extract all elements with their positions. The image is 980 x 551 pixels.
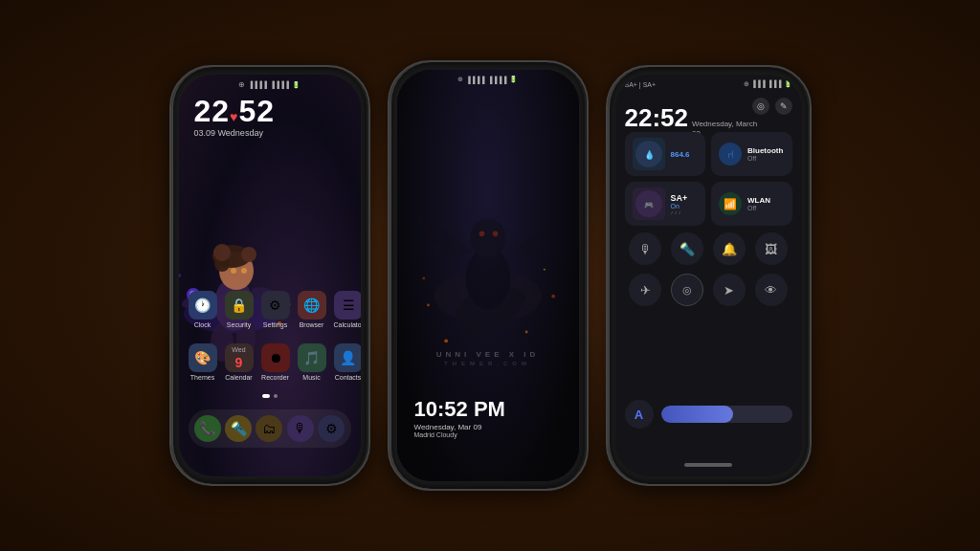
phone1-status-bar: ⊕ ▐▐▐▐ ▐▐▐▐ 🔋 [179,80,361,89]
svg-point-17 [179,274,181,277]
toggle-torch[interactable]: 🔦 [671,232,703,265]
app-browser[interactable]: 🌐 Browser [298,291,326,328]
clock-heart: ♥ [230,109,238,124]
svg-point-24 [444,339,448,342]
toggle-airplane[interactable]: ✈ [629,274,661,306]
tile-data[interactable]: 💧 864.6 [625,132,706,176]
app-calculator[interactable]: ☰ Calculator [334,291,361,328]
svg-point-26 [551,295,555,298]
svg-point-12 [241,268,247,274]
dock-flashlight[interactable]: 🔦 [225,415,252,442]
control-tiles: 💧 864.6 ⑁ Bluetooth [625,132,792,226]
bottom-controls: A [625,400,792,429]
phone3-status-bar: SA+ | SA+ ⊕▐▐▐▐▐▐🔋 [625,80,792,88]
page-dots [179,394,361,398]
dock-settings2[interactable]: ⚙ [318,415,345,442]
wlan-icon: 📶 [719,192,742,215]
phone3-carrier: SA+ | SA+ [625,81,657,88]
svg-point-27 [427,304,430,307]
tile-audio-thumb: 🎮 [633,187,665,220]
toggle-location[interactable]: ➤ [713,274,746,306]
camera-icon[interactable]: ◎ [752,98,769,115]
p3-time: 22:52 [625,103,689,133]
clock-hour: 22 [194,94,231,128]
lock-weather: Madrid Cloudy [414,431,505,438]
lock-date: Wednesday, Mar 09 [414,423,505,431]
tile-data-thumb: 💧 [633,138,665,170]
phones-container: ⊕ ▐▐▐▐ ▐▐▐▐ 🔋 22♥52 03.09 Wednesday [0,0,980,551]
tile-data-text: 864.6 [671,150,699,159]
app-contacts[interactable]: 👤 Contacts [334,343,361,381]
phone-1-screen: ⊕ ▐▐▐▐ ▐▐▐▐ 🔋 22♥52 03.09 Wednesday [179,75,361,476]
app-calendar[interactable]: Wed 9 Calendar [225,343,254,381]
svg-point-28 [543,269,545,271]
bluetooth-subtitle: Off [747,155,785,162]
auto-brightness-btn[interactable]: A [625,400,654,429]
dock-assistant[interactable]: 🎙 [287,415,314,442]
svg-point-25 [524,331,527,334]
bluetooth-title: Bluetooth [747,146,785,155]
bluetooth-icon: ⑁ [719,143,742,165]
app-music[interactable]: 🎵 Music [298,343,326,381]
dock: 📞 🔦 🗂 🎙 ⚙ [189,409,351,448]
wlan-subtitle: Off [747,205,785,211]
toggle-bell[interactable]: 🔔 [713,232,746,265]
phone2-lock-info: 10:52 PM Wednesday, Mar 09 Madrid Cloudy [414,397,505,438]
app-security[interactable]: 🔒 Security [225,291,254,328]
app-recorder[interactable]: ⏺ Recorder [261,343,290,381]
app-row-1: 🕐 Clock 🔒 Security ⚙ Settings 🌐 Browser [189,291,351,328]
tile-bluetooth-text: Bluetooth Off [747,146,785,162]
wlan-title: WLAN [747,196,785,205]
clock-minute: 52 [238,94,275,128]
app-themes[interactable]: 🎨 Themes [189,343,217,381]
phone1-clock: 22♥52 03.09 Wednesday [194,96,276,138]
toggle-eye[interactable]: 👁 [755,274,788,306]
svg-point-22 [479,231,484,237]
lock-time: 10:52 PM [414,397,505,422]
brightness-slider[interactable] [661,406,792,423]
svg-point-23 [492,231,498,237]
svg-point-29 [422,277,425,280]
tile-wlan-text: WLAN Off [747,196,785,211]
phone-2-screen: ⊕▐▐▐▐▐▐▐▐🔋 UNNI VEE X ID THEMER.COM 10:5… [397,70,579,481]
home-indicator [684,463,732,467]
tile-wlan[interactable]: 📶 WLAN Off [711,182,792,226]
tile-audio-text: SA+ On ♪♪♪ [671,193,699,215]
app-row-2: 🎨 Themes Wed 9 Calendar ⏺ Recorder [189,343,351,381]
toggle-focus[interactable]: ◎ [671,274,703,306]
svg-text:🎮: 🎮 [644,200,654,209]
quick-toggles-1: 🎙 🔦 🔔 🖼 [625,232,792,265]
svg-point-9 [213,244,231,261]
phone2-status-bar: ⊕▐▐▐▐▐▐▐▐🔋 [397,76,579,83]
quick-toggles-2: ✈ ◎ ➤ 👁 [625,274,792,306]
edit-icon[interactable]: ✎ [775,98,792,115]
phone-3-screen: SA+ | SA+ ⊕▐▐▐▐▐▐🔋 22:52 Wednesday, Marc… [615,75,802,476]
p3-header-icons: ◎ ✎ [752,98,792,115]
tile-bluetooth[interactable]: ⑁ Bluetooth Off [711,132,792,176]
app-clock[interactable]: 🕐 Clock [189,291,217,328]
tile-audio[interactable]: 🎮 SA+ On ♪♪♪ [625,182,706,226]
dock-folder[interactable]: 🗂 [256,415,282,442]
audio-title: SA+ [671,193,699,203]
toggle-mic[interactable]: 🎙 [629,232,661,265]
app-settings[interactable]: ⚙ Settings [261,291,290,328]
svg-point-11 [231,268,236,274]
clock-date: 03.09 Wednesday [194,128,276,138]
phone-2: ⊕▐▐▐▐▐▐▐▐🔋 UNNI VEE X ID THEMER.COM 10:5… [388,60,589,491]
toggle-screen[interactable]: 🖼 [755,232,788,265]
phone-1: ⊕ ▐▐▐▐ ▐▐▐▐ 🔋 22♥52 03.09 Wednesday [169,65,370,486]
phone2-watermark: UNNI VEE X ID THEMER.COM [397,350,579,366]
dock-phone[interactable]: 📞 [194,415,221,442]
svg-point-21 [470,218,505,257]
brightness-fill [661,406,733,423]
phone-3: SA+ | SA+ ⊕▐▐▐▐▐▐🔋 22:52 Wednesday, Marc… [606,65,812,486]
p3-date-label: Wednesday, March [692,120,757,129]
svg-text:💧: 💧 [643,149,655,161]
svg-point-10 [241,247,256,262]
